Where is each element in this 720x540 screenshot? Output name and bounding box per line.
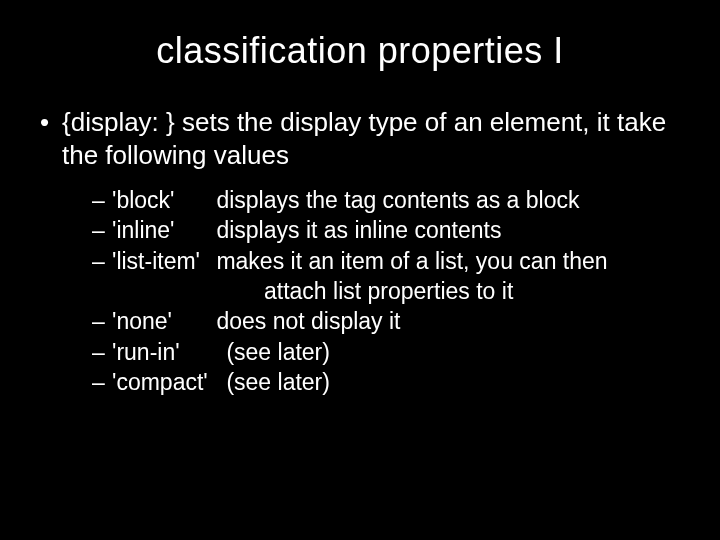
value-desc: displays it as inline contents bbox=[216, 217, 501, 243]
list-item: –'compact' (see later) bbox=[92, 367, 684, 397]
value-label: 'block' bbox=[112, 185, 210, 215]
slide: classification properties I •{display: }… bbox=[0, 0, 720, 540]
value-label: 'none' bbox=[112, 306, 210, 336]
value-desc: (see later) bbox=[226, 339, 330, 365]
list-item: –'list-item' makes it an item of a list,… bbox=[92, 246, 684, 276]
dash-icon: – bbox=[92, 185, 112, 215]
dash-icon: – bbox=[92, 306, 112, 336]
main-bullet-text: {display: } sets the display type of an … bbox=[62, 107, 666, 170]
value-desc: displays the tag contents as a block bbox=[216, 187, 579, 213]
dash-icon: – bbox=[92, 246, 112, 276]
value-label: 'compact' bbox=[112, 367, 220, 397]
sub-list: –'block' displays the tag contents as a … bbox=[36, 185, 684, 398]
list-item: –'block' displays the tag contents as a … bbox=[92, 185, 684, 215]
list-item: –'run-in' (see later) bbox=[92, 337, 684, 367]
value-desc: makes it an item of a list, you can then bbox=[216, 248, 607, 274]
list-item-continuation: attach list properties to it bbox=[92, 276, 684, 306]
dash-icon: – bbox=[92, 215, 112, 245]
value-label: 'run-in' bbox=[112, 337, 220, 367]
value-label: 'list-item' bbox=[112, 246, 210, 276]
slide-title: classification properties I bbox=[36, 30, 684, 72]
dash-icon: – bbox=[92, 367, 112, 397]
value-label: 'inline' bbox=[112, 215, 210, 245]
list-item: –'inline' displays it as inline contents bbox=[92, 215, 684, 245]
main-bullet: •{display: } sets the display type of an… bbox=[36, 106, 684, 171]
value-desc: (see later) bbox=[226, 369, 330, 395]
dash-icon: – bbox=[92, 337, 112, 367]
list-item: –'none' does not display it bbox=[92, 306, 684, 336]
value-desc: does not display it bbox=[216, 308, 400, 334]
bullet-icon: • bbox=[40, 106, 62, 139]
